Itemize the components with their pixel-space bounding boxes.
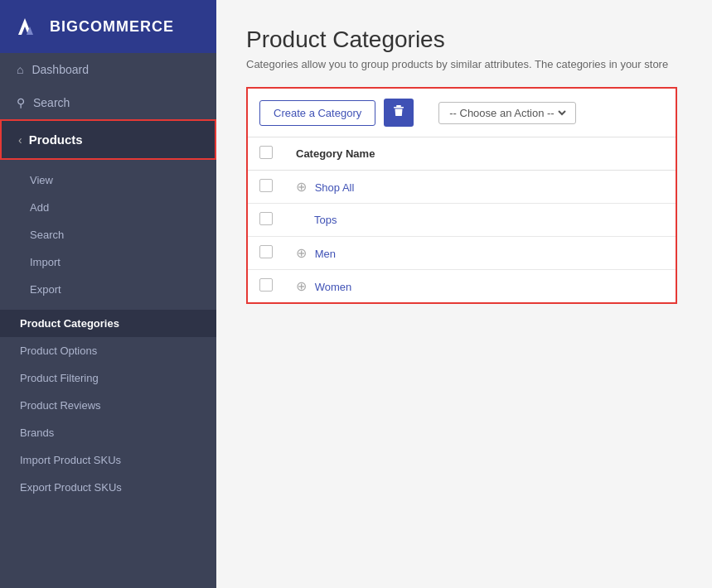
bigcommerce-logo-icon [13, 12, 43, 41]
sidebar-item-product-options[interactable]: Product Options [0, 337, 216, 364]
trash-icon [392, 104, 405, 121]
sidebar-submenu: Product Categories Product Options Produ… [0, 310, 216, 501]
products-section-label: Products [29, 133, 83, 147]
sidebar-item-add[interactable]: Add [0, 194, 216, 221]
sidebar-item-product-filtering[interactable]: Product Filtering [0, 364, 216, 392]
sidebar: BIGCOMMERCE ⌂ Dashboard ⚲ Search ‹ Produ… [0, 0, 216, 588]
sidebar-header: BIGCOMMERCE [0, 0, 216, 53]
sidebar-search-label: Search [33, 96, 70, 109]
products-sub-links: View Add Search Import Export [0, 160, 216, 310]
sidebar-item-brands[interactable]: Brands [0, 419, 216, 446]
row-checkbox-cell [248, 171, 284, 204]
plus-icon: ⊕ [296, 180, 307, 194]
category-name-cell: ⊕ Shop All [284, 171, 676, 204]
sidebar-item-search[interactable]: ⚲ Search [0, 86, 216, 119]
select-all-checkbox[interactable] [259, 146, 273, 159]
sidebar-item-product-categories[interactable]: Product Categories [0, 310, 216, 337]
row-checkbox[interactable] [259, 179, 273, 192]
plus-icon: ⊕ [296, 279, 307, 293]
sidebar-item-dashboard[interactable]: ⌂ Dashboard [0, 53, 216, 86]
table-row: ⊕ Men [248, 237, 676, 270]
main-content-area: Product Categories Categories allow you … [216, 0, 712, 588]
category-name-cell: ⊕ Men [284, 237, 676, 270]
row-checkbox[interactable] [259, 245, 273, 258]
category-name-header: Category Name [284, 137, 676, 171]
delete-button[interactable] [384, 99, 414, 127]
app-name: BIGCOMMERCE [50, 18, 174, 36]
table-toolbar: Create a Category -- Choose an Action --… [248, 89, 676, 137]
plus-icon: ⊕ [296, 246, 307, 260]
create-category-button[interactable]: Create a Category [259, 100, 375, 126]
row-checkbox-cell [248, 204, 284, 237]
sidebar-item-export-product-skus[interactable]: Export Product SKUs [0, 474, 216, 501]
category-link-tops[interactable]: Tops [314, 214, 337, 226]
svg-rect-3 [396, 105, 401, 107]
sidebar-dashboard-label: Dashboard [31, 63, 89, 76]
row-checkbox-cell [248, 270, 284, 303]
sidebar-item-export[interactable]: Export [0, 276, 216, 303]
svg-rect-4 [394, 107, 404, 108]
table-row: ⊕ Women [248, 270, 676, 303]
action-select-wrapper[interactable]: -- Choose an Action -- Delete Selected [438, 102, 576, 124]
category-name-cell: Tops [284, 204, 676, 237]
products-section[interactable]: ‹ Products [0, 119, 216, 160]
category-table: Category Name ⊕ Shop All [248, 137, 676, 302]
table-row: ⊕ Shop All [248, 171, 676, 204]
sidebar-item-product-reviews[interactable]: Product Reviews [0, 392, 216, 419]
sidebar-item-import[interactable]: Import [0, 248, 216, 276]
select-all-header [248, 137, 284, 171]
page-title: Product Categories [246, 27, 682, 53]
home-icon: ⌂ [17, 63, 23, 76]
sidebar-item-search-products[interactable]: Search [0, 221, 216, 248]
categories-table-container: Create a Category -- Choose an Action --… [246, 87, 677, 304]
action-select[interactable]: -- Choose an Action -- Delete Selected [446, 106, 569, 120]
search-icon: ⚲ [17, 96, 25, 109]
category-link-shop-all[interactable]: Shop All [315, 181, 355, 194]
category-name-cell: ⊕ Women [284, 270, 676, 303]
sidebar-item-view[interactable]: View [0, 166, 216, 194]
row-checkbox[interactable] [259, 278, 273, 292]
table-row: Tops [248, 204, 676, 237]
sidebar-item-import-product-skus[interactable]: Import Product SKUs [0, 446, 216, 474]
category-link-men[interactable]: Men [315, 248, 336, 260]
row-checkbox-cell [248, 237, 284, 270]
category-link-women[interactable]: Women [315, 281, 352, 293]
chevron-left-icon: ‹ [18, 133, 22, 147]
row-checkbox[interactable] [259, 212, 273, 225]
page-subtitle: Categories allow you to group products b… [246, 58, 682, 70]
